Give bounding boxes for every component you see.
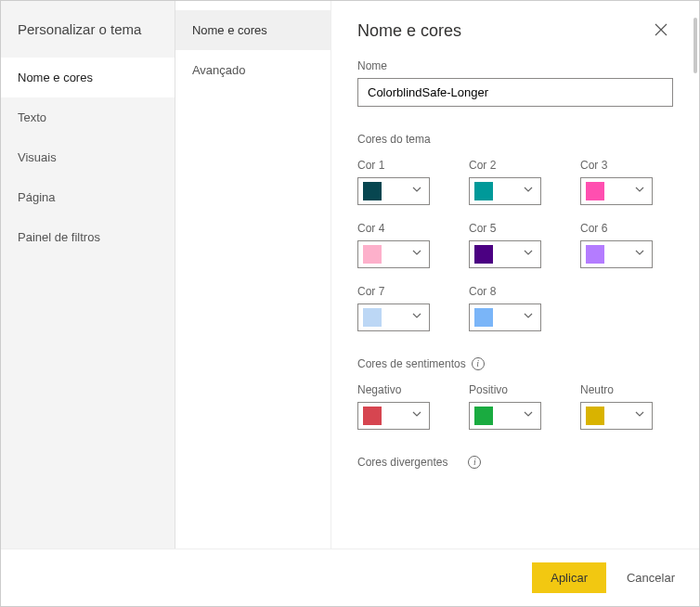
color-cell-2: Cor 2 bbox=[469, 159, 562, 205]
chevron-down-icon bbox=[635, 187, 644, 196]
info-icon[interactable]: i bbox=[468, 456, 481, 469]
color-cell-5: Cor 5 bbox=[469, 222, 562, 268]
chevron-down-icon bbox=[524, 313, 533, 322]
sidebar-item-label: Painel de filtros bbox=[18, 230, 100, 244]
color-picker-negative[interactable] bbox=[357, 402, 430, 430]
sidebar-item-texto[interactable]: Texto bbox=[1, 97, 175, 137]
sidebar-item-painel-de-filtros[interactable]: Painel de filtros bbox=[1, 217, 175, 257]
theme-name-input[interactable] bbox=[357, 78, 673, 107]
color-picker-7[interactable] bbox=[357, 304, 430, 331]
apply-button[interactable]: Aplicar bbox=[532, 562, 606, 593]
divergent-colors-label: Cores divergentes i bbox=[357, 456, 673, 469]
color-label: Cor 3 bbox=[580, 159, 673, 172]
chevron-down-icon bbox=[412, 187, 421, 196]
sidebar-item-pagina[interactable]: Página bbox=[1, 177, 175, 217]
chevron-down-icon bbox=[412, 313, 421, 322]
sidebar-item-label: Página bbox=[18, 190, 55, 204]
color-cell-negative: Negativo bbox=[357, 383, 450, 430]
color-swatch bbox=[363, 182, 382, 200]
sidebar-item-nome-e-cores[interactable]: Nome e cores bbox=[1, 58, 175, 97]
color-label: Negativo bbox=[357, 383, 450, 396]
theme-colors-grid: Cor 1 Cor 2 Cor 3 bbox=[357, 159, 673, 331]
sidebar-primary: Personalizar o tema Nome e cores Texto V… bbox=[1, 1, 175, 549]
color-swatch bbox=[474, 407, 493, 425]
color-swatch bbox=[474, 245, 493, 264]
content-heading: Nome e cores bbox=[357, 21, 461, 41]
color-picker-8[interactable] bbox=[469, 304, 541, 331]
chevron-down-icon bbox=[412, 411, 421, 420]
color-label: Cor 1 bbox=[357, 159, 450, 172]
color-label: Cor 7 bbox=[357, 285, 450, 298]
color-label: Cor 6 bbox=[580, 222, 673, 235]
subtab-nome-e-cores[interactable]: Nome e cores bbox=[175, 10, 331, 50]
color-picker-3[interactable] bbox=[580, 177, 653, 205]
sidebar-item-label: Nome e cores bbox=[18, 71, 93, 84]
chevron-down-icon bbox=[412, 250, 421, 259]
color-picker-positive[interactable] bbox=[469, 402, 541, 430]
color-picker-6[interactable] bbox=[580, 240, 653, 268]
color-picker-1[interactable] bbox=[357, 177, 430, 205]
color-cell-1: Cor 1 bbox=[357, 159, 450, 205]
content-pane: Nome e cores Nome Cores do tema Cor 1 bbox=[331, 1, 699, 549]
close-button[interactable] bbox=[649, 21, 673, 41]
name-label: Nome bbox=[357, 59, 673, 72]
color-label: Cor 2 bbox=[469, 159, 562, 172]
color-picker-4[interactable] bbox=[357, 240, 430, 268]
color-picker-5[interactable] bbox=[469, 240, 541, 268]
sidebar-item-visuais[interactable]: Visuais bbox=[1, 137, 175, 177]
color-label: Cor 5 bbox=[469, 222, 562, 235]
theme-dialog: Personalizar o tema Nome e cores Texto V… bbox=[0, 0, 700, 607]
color-swatch bbox=[474, 308, 493, 327]
color-cell-7: Cor 7 bbox=[357, 285, 450, 331]
color-swatch bbox=[586, 407, 604, 425]
chevron-down-icon bbox=[635, 411, 644, 420]
color-picker-neutral[interactable] bbox=[580, 402, 653, 430]
color-swatch bbox=[474, 182, 493, 200]
dialog-title: Personalizar o tema bbox=[1, 10, 175, 58]
content-header: Nome e cores bbox=[331, 1, 699, 50]
color-cell-positive: Positivo bbox=[469, 383, 562, 430]
sentiment-colors-label: Cores de sentimentos i bbox=[357, 357, 673, 370]
info-icon[interactable]: i bbox=[472, 357, 485, 370]
color-swatch bbox=[363, 407, 382, 425]
color-cell-3: Cor 3 bbox=[580, 159, 673, 205]
dialog-footer: Aplicar Cancelar bbox=[1, 549, 699, 606]
color-cell-6: Cor 6 bbox=[580, 222, 673, 268]
sentiment-label-text: Cores de sentimentos bbox=[357, 357, 466, 370]
color-cell-8: Cor 8 bbox=[469, 285, 562, 331]
subtab-avancado[interactable]: Avançado bbox=[175, 50, 331, 90]
color-label: Positivo bbox=[469, 383, 562, 396]
dialog-main: Personalizar o tema Nome e cores Texto V… bbox=[1, 1, 699, 549]
color-label: Neutro bbox=[580, 383, 673, 396]
theme-colors-label: Cores do tema bbox=[357, 133, 673, 146]
subtab-label: Nome e cores bbox=[192, 23, 267, 37]
chevron-down-icon bbox=[635, 250, 644, 259]
color-swatch bbox=[586, 245, 604, 264]
color-label: Cor 8 bbox=[469, 285, 562, 298]
color-swatch bbox=[586, 182, 604, 200]
divergent-label-text: Cores divergentes bbox=[357, 456, 447, 469]
sentiment-colors-grid: Negativo Positivo Ne bbox=[357, 383, 673, 430]
sidebar-item-label: Texto bbox=[18, 110, 46, 124]
color-label: Cor 4 bbox=[357, 222, 450, 235]
cancel-button[interactable]: Cancelar bbox=[623, 562, 679, 593]
chevron-down-icon bbox=[524, 187, 533, 196]
close-icon bbox=[655, 23, 668, 36]
color-cell-neutral: Neutro bbox=[580, 383, 673, 430]
chevron-down-icon bbox=[524, 250, 533, 259]
color-cell-4: Cor 4 bbox=[357, 222, 450, 268]
color-swatch bbox=[363, 308, 382, 327]
color-swatch bbox=[363, 245, 382, 264]
content-scroll[interactable]: Nome Cores do tema Cor 1 bbox=[331, 50, 699, 549]
sidebar-secondary: Nome e cores Avançado bbox=[175, 1, 331, 549]
sidebar-item-label: Visuais bbox=[18, 150, 57, 164]
chevron-down-icon bbox=[524, 411, 533, 420]
scrollbar-thumb[interactable] bbox=[694, 18, 697, 73]
color-picker-2[interactable] bbox=[469, 177, 541, 205]
subtab-label: Avançado bbox=[192, 63, 246, 77]
